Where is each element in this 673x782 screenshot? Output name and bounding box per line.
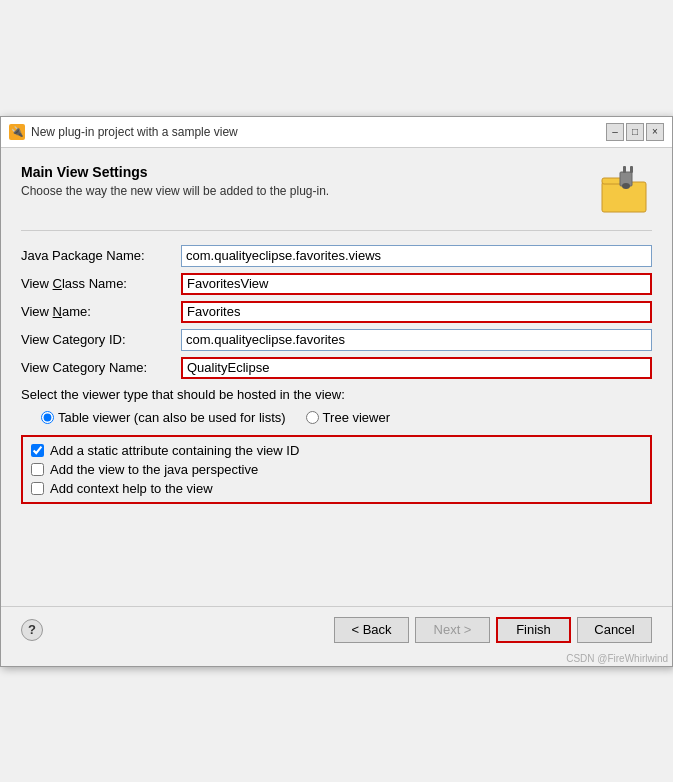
content-spacer bbox=[21, 514, 652, 594]
viewer-type-label: Select the viewer type that should be ho… bbox=[21, 387, 652, 402]
svg-rect-3 bbox=[623, 166, 626, 173]
view-class-input[interactable] bbox=[181, 273, 652, 295]
checkboxes-section: Add a static attribute containing the vi… bbox=[21, 435, 652, 504]
view-category-name-row: View Category Name: bbox=[21, 357, 652, 379]
java-package-input[interactable] bbox=[181, 245, 652, 267]
help-button[interactable]: ? bbox=[21, 619, 43, 641]
view-category-name-input[interactable] bbox=[181, 357, 652, 379]
view-category-name-label: View Category Name: bbox=[21, 360, 181, 375]
window-title: New plug-in project with a sample view bbox=[31, 125, 238, 139]
add-java-perspective-checkbox[interactable] bbox=[31, 463, 44, 476]
nav-buttons: < Back Next > Finish Cancel bbox=[334, 617, 652, 643]
view-class-label: View Class Name: bbox=[21, 276, 181, 291]
maximize-button[interactable]: □ bbox=[626, 123, 644, 141]
page-title: Main View Settings bbox=[21, 164, 329, 180]
add-context-help-label: Add context help to the view bbox=[50, 481, 213, 496]
java-package-row: Java Package Name: bbox=[21, 245, 652, 267]
table-viewer-option[interactable]: Table viewer (can also be used for lists… bbox=[41, 410, 286, 425]
title-bar: 🔌 New plug-in project with a sample view… bbox=[1, 117, 672, 148]
view-name-input[interactable] bbox=[181, 301, 652, 323]
svg-rect-4 bbox=[630, 166, 633, 173]
view-class-row: View Class Name: bbox=[21, 273, 652, 295]
plugin-icon bbox=[600, 164, 652, 216]
view-category-id-row: View Category ID: bbox=[21, 329, 652, 351]
view-name-row: View Name: bbox=[21, 301, 652, 323]
add-java-perspective-row: Add the view to the java perspective bbox=[31, 462, 642, 477]
title-bar-left: 🔌 New plug-in project with a sample view bbox=[9, 124, 238, 140]
close-button[interactable]: × bbox=[646, 123, 664, 141]
add-java-perspective-label: Add the view to the java perspective bbox=[50, 462, 258, 477]
bottom-section: ? < Back Next > Finish Cancel bbox=[1, 606, 672, 653]
header-text: Main View Settings Choose the way the ne… bbox=[21, 164, 329, 198]
plug-icon: 🔌 bbox=[11, 126, 23, 137]
page-subtitle: Choose the way the new view will be adde… bbox=[21, 184, 329, 198]
table-viewer-radio[interactable] bbox=[41, 411, 54, 424]
title-bar-controls: – □ × bbox=[606, 123, 664, 141]
add-context-help-row: Add context help to the view bbox=[31, 481, 642, 496]
tree-viewer-option[interactable]: Tree viewer bbox=[306, 410, 390, 425]
header-divider bbox=[21, 230, 652, 231]
table-viewer-label: Table viewer (can also be used for lists… bbox=[58, 410, 286, 425]
header-icon bbox=[600, 164, 652, 216]
add-static-attribute-row: Add a static attribute containing the vi… bbox=[31, 443, 642, 458]
add-static-attribute-checkbox[interactable] bbox=[31, 444, 44, 457]
view-category-id-input[interactable] bbox=[181, 329, 652, 351]
next-button[interactable]: Next > bbox=[415, 617, 490, 643]
main-content: Main View Settings Choose the way the ne… bbox=[1, 148, 672, 606]
add-static-attribute-label: Add a static attribute containing the vi… bbox=[50, 443, 299, 458]
java-package-label: Java Package Name: bbox=[21, 248, 181, 263]
header-section: Main View Settings Choose the way the ne… bbox=[21, 164, 652, 216]
cancel-button[interactable]: Cancel bbox=[577, 617, 652, 643]
minimize-button[interactable]: – bbox=[606, 123, 624, 141]
dialog-window: 🔌 New plug-in project with a sample view… bbox=[0, 116, 673, 667]
svg-point-5 bbox=[622, 183, 630, 189]
view-category-id-label: View Category ID: bbox=[21, 332, 181, 347]
watermark: CSDN @FireWhirlwind bbox=[1, 653, 672, 666]
tree-viewer-radio[interactable] bbox=[306, 411, 319, 424]
back-button[interactable]: < Back bbox=[334, 617, 409, 643]
form-area: Java Package Name: View Class Name: View… bbox=[21, 245, 652, 504]
add-context-help-checkbox[interactable] bbox=[31, 482, 44, 495]
tree-viewer-label: Tree viewer bbox=[323, 410, 390, 425]
viewer-type-radio-group: Table viewer (can also be used for lists… bbox=[41, 410, 652, 425]
window-icon: 🔌 bbox=[9, 124, 25, 140]
finish-button[interactable]: Finish bbox=[496, 617, 571, 643]
view-name-label: View Name: bbox=[21, 304, 181, 319]
